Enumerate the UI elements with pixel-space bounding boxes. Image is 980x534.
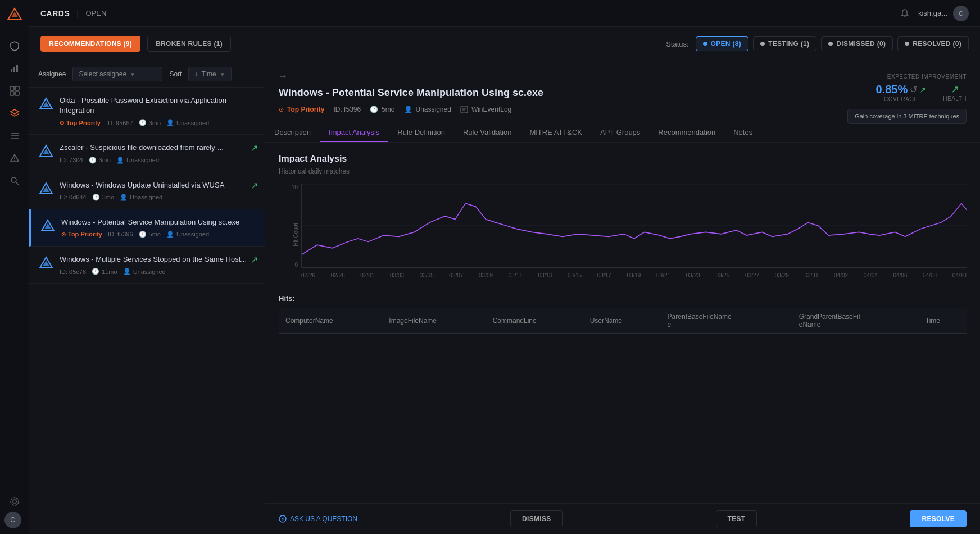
gain-coverage-btn[interactable]: Gain coverage in 3 MITRE techniques [847, 109, 967, 124]
card-icon-5 [38, 255, 54, 271]
assignee-label: Assignee [38, 70, 66, 78]
card-trend-2: ↗ [251, 143, 258, 153]
tab-mitre[interactable]: MITRE ATT&CK [520, 124, 591, 142]
x-0404: 04/04 [864, 272, 878, 285]
time-icon-4: 🕐 [139, 231, 147, 238]
card-assignee-2: 👤 Unassigned [116, 157, 159, 164]
user-avatar[interactable]: C [4, 512, 21, 528]
x-0410: 04/10 [952, 272, 967, 285]
card-meta-1: ⊙ Top Priority ID: 95657 🕐 3mo [60, 119, 256, 126]
health-label: HEALTH [943, 95, 967, 102]
sort-label: Sort [169, 70, 182, 78]
search-icon[interactable] [4, 171, 25, 191]
broken-rules-tab[interactable]: BROKEN RULES (1) [147, 36, 231, 52]
col-computer: ComputerName [279, 308, 382, 334]
card-item-3[interactable]: Windows - Windows Update Uninstalled via… [29, 172, 265, 209]
svg-rect-8 [15, 92, 19, 95]
x-0327: 03/27 [745, 272, 759, 285]
ask-question-btn[interactable]: ? ASK US A QUESTION [279, 515, 357, 523]
assignee-select[interactable]: Select assignee ▼ [72, 67, 162, 81]
x-0319: 03/19 [627, 272, 641, 285]
col-command: CommandLine [486, 308, 583, 334]
assignee-icon-detail: 👤 [404, 106, 412, 113]
svg-rect-4 [16, 65, 18, 72]
x-0323: 03/23 [686, 272, 700, 285]
card-item-5[interactable]: Windows - Multiple Services Stopped on t… [29, 247, 265, 284]
resolve-btn[interactable]: RESOLVE [910, 510, 967, 527]
card-icon-4 [40, 218, 56, 234]
hits-table: ComputerName ImageFileName CommandLine U… [279, 308, 967, 334]
svg-point-13 [14, 160, 15, 161]
sidebar: C [0, 0, 29, 534]
card-meta-5: ID: 05c78 🕐 11mo 👤 Unassigned [60, 268, 256, 275]
list-icon[interactable] [4, 126, 25, 146]
detail-nav: → [279, 71, 847, 81]
tab-impact-analysis[interactable]: Impact Analysis [320, 124, 388, 142]
tab-description[interactable]: Description [265, 124, 320, 142]
status-badge-dismissed[interactable]: DISMISSED (0) [821, 36, 893, 51]
sort-arrow: ↓ [194, 70, 198, 78]
recommendations-tab[interactable]: RECOMMENDATIONS (9) [40, 36, 140, 52]
card-trend-3: ↗ [251, 180, 258, 191]
status-badge-open[interactable]: OPEN (8) [696, 36, 748, 51]
alert-icon[interactable] [4, 148, 25, 168]
user-info: kish.ga... [918, 9, 947, 17]
time-icon-3: 🕐 [92, 194, 100, 201]
svg-rect-6 [15, 86, 19, 90]
card-id-1: ID: 95657 [106, 120, 133, 126]
tab-notes[interactable]: Notes [724, 124, 761, 142]
tab-rule-validation[interactable]: Rule Validation [454, 124, 520, 142]
card-content-1: Okta - Possible Password Extraction via … [60, 95, 256, 126]
chart-icon[interactable] [4, 58, 25, 79]
settings-icon[interactable] [4, 491, 25, 512]
layers-icon[interactable] [4, 103, 25, 124]
detail-footer: ? ASK US A QUESTION DISMISS TEST RESOLVE [265, 503, 980, 534]
testing-label: TESTING (1) [768, 40, 809, 48]
x-0309: 03/09 [479, 272, 493, 285]
content-area: RECOMMENDATIONS (9) BROKEN RULES (1) Sta… [29, 27, 980, 534]
card-id-2: ID: 73f2f [60, 157, 83, 163]
svg-rect-2 [11, 69, 12, 72]
notification-bell[interactable] [897, 6, 913, 21]
logo-icon[interactable] [5, 6, 24, 25]
testing-dot [760, 42, 765, 46]
test-btn[interactable]: TEST [716, 510, 757, 527]
card-title-1: Okta - Possible Password Extraction via … [60, 95, 256, 116]
card-item[interactable]: Okta - Possible Password Extraction via … [29, 88, 265, 135]
sort-select[interactable]: ↓ Time ▼ [188, 67, 231, 81]
x-0301: 03/01 [360, 272, 374, 285]
status-badge-resolved[interactable]: RESOLVED (0) [897, 36, 969, 51]
svg-point-17 [11, 498, 19, 505]
grid-icon[interactable] [4, 81, 25, 101]
priority-text-1: Top Priority [66, 120, 101, 126]
table-header-row: ComputerName ImageFileName CommandLine U… [279, 308, 967, 334]
topbar-avatar[interactable]: C [953, 6, 969, 21]
detail-source-text: WinEventLog [471, 106, 511, 113]
tab-apt-groups[interactable]: APT Groups [591, 124, 649, 142]
svg-point-16 [13, 500, 16, 503]
card-item-2[interactable]: Zscaler - Suspicious file downloaded fro… [29, 135, 265, 172]
dismiss-btn[interactable]: DISMISS [510, 510, 562, 527]
x-0402: 04/02 [834, 272, 848, 285]
status-badge-testing[interactable]: TESTING (1) [753, 36, 816, 51]
card-assignee-3: 👤 Unassigned [120, 194, 162, 201]
time-icon-2: 🕐 [89, 157, 97, 164]
filter-bar: Assignee Select assignee ▼ Sort ↓ Time ▼ [29, 61, 265, 88]
card-item-4[interactable]: Windows - Potential Service Manipulation… [29, 209, 265, 247]
topbar-right: kish.ga... C [897, 6, 969, 21]
tab-rule-definition[interactable]: Rule Definition [388, 124, 454, 142]
card-title-4: Windows - Potential Service Manipulation… [61, 217, 256, 227]
nav-arrow[interactable]: → [279, 71, 288, 81]
topbar: CARDS | OPEN kish.ga... C [29, 0, 980, 27]
shield-icon[interactable] [4, 36, 25, 56]
coverage-up: ↗ [919, 85, 926, 94]
main-content: CARDS | OPEN kish.ga... C RECOMMENDATION… [29, 0, 980, 534]
x-0406: 04/06 [893, 272, 907, 285]
card-title-3: Windows - Windows Update Uninstalled via… [60, 180, 256, 190]
x-0307: 03/07 [449, 272, 463, 285]
card-assignee-1: 👤 Unassigned [166, 119, 209, 126]
card-content-3: Windows - Windows Update Uninstalled via… [60, 180, 256, 201]
sort-chevron: ▼ [220, 71, 225, 77]
tab-recommendation[interactable]: Recommendation [649, 124, 724, 142]
chart-x-labels: 02/26 02/28 03/01 03/03 03/05 03/07 03/0… [301, 269, 967, 285]
